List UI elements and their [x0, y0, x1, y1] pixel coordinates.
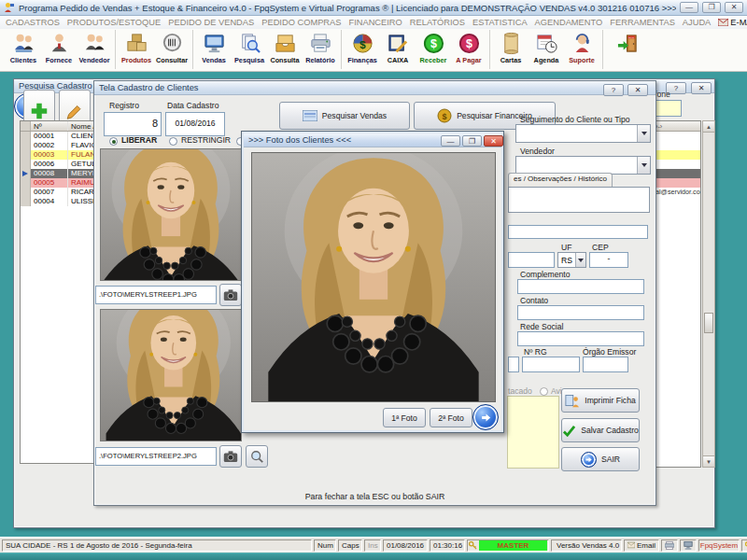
chevron-down-icon[interactable]: [575, 253, 585, 267]
toolbar-relatorio[interactable]: Relatório: [303, 30, 338, 64]
seguimento-label: Seguimento do Cliente ou Tipo: [520, 115, 630, 124]
list-item[interactable]: [654, 132, 700, 141]
toolbar-vendas[interactable]: Vendas: [196, 30, 232, 64]
tab-observacoes[interactable]: es / Observações / Histórico: [508, 173, 613, 187]
radio-aviso[interactable]: [540, 387, 548, 396]
menu-email[interactable]: E-MAIL: [718, 18, 747, 27]
toolbar-financas[interactable]: $ Finanças: [345, 30, 380, 64]
toolbar-consultar[interactable]: Consultar: [154, 30, 190, 64]
pesquisar-vendas-button[interactable]: Pesquisar Vendas: [279, 102, 410, 130]
scroll-down-arrow[interactable]: ▼: [703, 455, 714, 467]
toolbar-a-pagar[interactable]: $ A Pagar: [451, 30, 486, 64]
photo2-camera-button[interactable]: [219, 445, 242, 468]
tela-help-button[interactable]: ?: [603, 84, 624, 96]
rede-social-field[interactable]: [517, 331, 644, 346]
foto-maximize-button[interactable]: ❐: [462, 135, 482, 147]
print-person-icon: [565, 394, 580, 408]
list-item[interactable]: [654, 150, 700, 160]
contato-field[interactable]: [517, 305, 644, 320]
radio-restringir[interactable]: [169, 137, 177, 146]
vertical-scrollbar[interactable]: ▲ ▼: [702, 120, 715, 468]
menu-pedido-compras[interactable]: PEDIDO COMPRAS: [261, 18, 341, 27]
svg-text:$: $: [430, 37, 437, 50]
pesquisa-close-button[interactable]: ✕: [691, 82, 712, 94]
toolbar-agenda[interactable]: Agenda: [529, 30, 564, 64]
clients-table-right[interactable]: ›-› al@servidor.com.b: [653, 120, 701, 468]
foto-minimize-button[interactable]: —: [441, 135, 460, 147]
toolbar-caixa[interactable]: CAIXA: [380, 30, 416, 64]
cep-field[interactable]: -: [589, 252, 628, 268]
list-item[interactable]: [654, 141, 700, 150]
plus-icon: [29, 101, 49, 121]
foto2-button[interactable]: 2ª Foto: [430, 408, 472, 427]
toolbar-suporte[interactable]: Suporte: [564, 30, 599, 64]
sair-button[interactable]: SAIR: [561, 447, 640, 471]
tela-titlebar[interactable]: Tela Cadastro de Clientes: [94, 81, 655, 95]
scroll-thumb[interactable]: [704, 313, 713, 333]
status-date: 01/08/2016: [383, 539, 428, 552]
toolbar-produtos[interactable]: Produtos: [119, 30, 154, 64]
menu-pedido-de-vendas[interactable]: PEDIDO DE VENDAS: [168, 18, 254, 27]
status-email[interactable]: Email: [624, 539, 659, 552]
observacoes-box[interactable]: [508, 187, 650, 213]
imprimir-ficha-button[interactable]: Imprimir Ficha: [561, 388, 640, 413]
toolbar-vendedor[interactable]: Vendedor: [77, 30, 112, 64]
restore-button[interactable]: ❐: [702, 2, 721, 13]
toolbar-exit[interactable]: EXIT: [606, 30, 649, 55]
photo1-path-field[interactable]: .\FOTO\MERYLSTREEP1.JPG: [95, 286, 217, 304]
toolbar-clientes[interactable]: Clientes: [6, 30, 41, 64]
cpf-field[interactable]: [508, 357, 519, 372]
list-item[interactable]: [654, 178, 700, 188]
foto1-button[interactable]: 1ª Foto: [383, 408, 426, 427]
menu-ferramentas[interactable]: FERRAMENTAS: [610, 18, 675, 27]
status-printer[interactable]: [661, 539, 678, 552]
menu-ajuda[interactable]: AJUDA: [683, 18, 711, 27]
status-network[interactable]: [680, 539, 697, 552]
menu-relatorios[interactable]: RELATÓRIOS: [410, 18, 465, 27]
app-icon: [4, 2, 15, 13]
radio-liberar[interactable]: [109, 137, 118, 146]
close-button[interactable]: ✕: [725, 2, 743, 13]
complemento-field[interactable]: [517, 279, 644, 294]
toolbar-receber[interactable]: $ Receber: [416, 30, 451, 64]
status-brand: FpqSystem: [698, 539, 740, 552]
aviso-memo[interactable]: [507, 396, 559, 469]
email-cell[interactable]: al@servidor.com.b: [654, 188, 700, 197]
toolbar-consulta[interactable]: Consulta: [267, 30, 303, 64]
list-item[interactable]: [654, 197, 700, 206]
chevron-down-icon[interactable]: [637, 157, 650, 174]
menu-cadastros[interactable]: CADASTROS: [6, 18, 60, 27]
phone-search-input[interactable]: [653, 100, 682, 117]
scroll-up-arrow[interactable]: ▲: [703, 121, 714, 133]
list-item[interactable]: [654, 160, 700, 169]
menu-estatistica[interactable]: ESTATISTICA: [472, 18, 528, 27]
tela-close-button[interactable]: ✕: [627, 84, 648, 96]
photo1-camera-button[interactable]: [219, 284, 242, 306]
chevron-down-icon[interactable]: [637, 125, 650, 142]
toolbar-fornece[interactable]: Fornece: [41, 30, 77, 64]
svg-text:$: $: [359, 39, 366, 50]
uf-dropdown[interactable]: RS: [557, 252, 586, 268]
photo2-path-field[interactable]: .\FOTO\MERYLSTREEP2.JPG: [95, 447, 217, 466]
camera-icon: [223, 288, 238, 301]
seguimento-dropdown[interactable]: [515, 124, 651, 143]
menu-financeiro[interactable]: FINANCEIRO: [348, 18, 402, 27]
cidade-field[interactable]: [508, 252, 555, 268]
registro-field[interactable]: 8: [104, 112, 162, 136]
toolbar-pesquisa[interactable]: Pesquisa: [232, 30, 267, 64]
list-item[interactable]: [654, 169, 700, 178]
toolbar-cartas[interactable]: Cartas: [493, 30, 529, 64]
vendedor-dropdown[interactable]: [515, 156, 651, 175]
rg-label: Nº RG: [524, 347, 547, 357]
menu-agendamento[interactable]: AGENDAMENTO: [535, 18, 603, 27]
menu-produtos-estoque[interactable]: PRODUTOS/ESTOQUE: [67, 18, 161, 27]
minimize-button[interactable]: —: [680, 2, 698, 13]
foto-next-button[interactable]: [472, 404, 499, 430]
endereco-field[interactable]: [508, 225, 648, 239]
rg-field[interactable]: [522, 357, 580, 372]
salvar-cadastro-button[interactable]: Salvar Cadastro: [561, 418, 640, 442]
data-cadastro-field[interactable]: 01/08/2016: [165, 112, 225, 136]
photo2-zoom-button[interactable]: [246, 445, 268, 468]
foto-close-button[interactable]: ✕: [484, 135, 503, 147]
orgao-emissor-field[interactable]: [583, 357, 628, 372]
